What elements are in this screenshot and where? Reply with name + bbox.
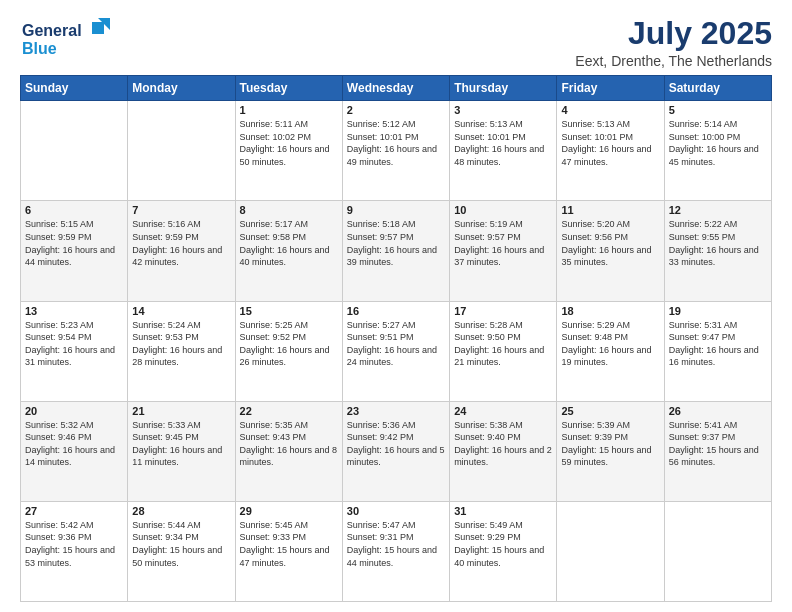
day-info: Sunrise: 5:25 AMSunset: 9:52 PMDaylight:… — [240, 319, 338, 369]
weekday-header: Saturday — [664, 76, 771, 101]
day-number: 12 — [669, 204, 767, 216]
day-info: Sunrise: 5:19 AMSunset: 9:57 PMDaylight:… — [454, 218, 552, 268]
calendar-cell: 14Sunrise: 5:24 AMSunset: 9:53 PMDayligh… — [128, 301, 235, 401]
day-info: Sunrise: 5:27 AMSunset: 9:51 PMDaylight:… — [347, 319, 445, 369]
calendar-cell: 26Sunrise: 5:41 AMSunset: 9:37 PMDayligh… — [664, 401, 771, 501]
calendar-cell: 19Sunrise: 5:31 AMSunset: 9:47 PMDayligh… — [664, 301, 771, 401]
day-info: Sunrise: 5:22 AMSunset: 9:55 PMDaylight:… — [669, 218, 767, 268]
day-number: 23 — [347, 405, 445, 417]
title-block: July 2025 Eext, Drenthe, The Netherlands — [575, 16, 772, 69]
calendar-cell: 8Sunrise: 5:17 AMSunset: 9:58 PMDaylight… — [235, 201, 342, 301]
calendar-cell: 15Sunrise: 5:25 AMSunset: 9:52 PMDayligh… — [235, 301, 342, 401]
calendar-cell: 25Sunrise: 5:39 AMSunset: 9:39 PMDayligh… — [557, 401, 664, 501]
day-info: Sunrise: 5:17 AMSunset: 9:58 PMDaylight:… — [240, 218, 338, 268]
day-info: Sunrise: 5:11 AMSunset: 10:02 PMDaylight… — [240, 118, 338, 168]
calendar-cell: 21Sunrise: 5:33 AMSunset: 9:45 PMDayligh… — [128, 401, 235, 501]
page-header: General Blue July 2025 Eext, Drenthe, Th… — [20, 16, 772, 69]
day-number: 31 — [454, 505, 552, 517]
day-number: 6 — [25, 204, 123, 216]
week-row: 6Sunrise: 5:15 AMSunset: 9:59 PMDaylight… — [21, 201, 772, 301]
day-number: 20 — [25, 405, 123, 417]
weekday-header: Tuesday — [235, 76, 342, 101]
day-info: Sunrise: 5:12 AMSunset: 10:01 PMDaylight… — [347, 118, 445, 168]
day-info: Sunrise: 5:36 AMSunset: 9:42 PMDaylight:… — [347, 419, 445, 469]
weekday-header-row: SundayMondayTuesdayWednesdayThursdayFrid… — [21, 76, 772, 101]
week-row: 1Sunrise: 5:11 AMSunset: 10:02 PMDayligh… — [21, 101, 772, 201]
calendar-cell — [557, 501, 664, 601]
week-row: 27Sunrise: 5:42 AMSunset: 9:36 PMDayligh… — [21, 501, 772, 601]
day-number: 25 — [561, 405, 659, 417]
week-row: 13Sunrise: 5:23 AMSunset: 9:54 PMDayligh… — [21, 301, 772, 401]
day-number: 21 — [132, 405, 230, 417]
calendar-table: SundayMondayTuesdayWednesdayThursdayFrid… — [20, 75, 772, 602]
day-info: Sunrise: 5:14 AMSunset: 10:00 PMDaylight… — [669, 118, 767, 168]
day-number: 5 — [669, 104, 767, 116]
day-info: Sunrise: 5:42 AMSunset: 9:36 PMDaylight:… — [25, 519, 123, 569]
calendar-cell: 18Sunrise: 5:29 AMSunset: 9:48 PMDayligh… — [557, 301, 664, 401]
calendar-cell: 29Sunrise: 5:45 AMSunset: 9:33 PMDayligh… — [235, 501, 342, 601]
day-info: Sunrise: 5:41 AMSunset: 9:37 PMDaylight:… — [669, 419, 767, 469]
calendar-cell: 10Sunrise: 5:19 AMSunset: 9:57 PMDayligh… — [450, 201, 557, 301]
weekday-header: Monday — [128, 76, 235, 101]
calendar-cell: 20Sunrise: 5:32 AMSunset: 9:46 PMDayligh… — [21, 401, 128, 501]
calendar-cell: 4Sunrise: 5:13 AMSunset: 10:01 PMDayligh… — [557, 101, 664, 201]
day-info: Sunrise: 5:28 AMSunset: 9:50 PMDaylight:… — [454, 319, 552, 369]
week-row: 20Sunrise: 5:32 AMSunset: 9:46 PMDayligh… — [21, 401, 772, 501]
day-info: Sunrise: 5:33 AMSunset: 9:45 PMDaylight:… — [132, 419, 230, 469]
svg-marker-1 — [92, 22, 104, 34]
day-number: 24 — [454, 405, 552, 417]
day-number: 13 — [25, 305, 123, 317]
calendar-cell: 3Sunrise: 5:13 AMSunset: 10:01 PMDayligh… — [450, 101, 557, 201]
day-number: 8 — [240, 204, 338, 216]
calendar-cell: 6Sunrise: 5:15 AMSunset: 9:59 PMDaylight… — [21, 201, 128, 301]
calendar-cell: 17Sunrise: 5:28 AMSunset: 9:50 PMDayligh… — [450, 301, 557, 401]
day-number: 28 — [132, 505, 230, 517]
day-number: 16 — [347, 305, 445, 317]
month-title: July 2025 — [575, 16, 772, 51]
day-number: 14 — [132, 305, 230, 317]
calendar-cell: 30Sunrise: 5:47 AMSunset: 9:31 PMDayligh… — [342, 501, 449, 601]
day-info: Sunrise: 5:39 AMSunset: 9:39 PMDaylight:… — [561, 419, 659, 469]
day-info: Sunrise: 5:47 AMSunset: 9:31 PMDaylight:… — [347, 519, 445, 569]
day-info: Sunrise: 5:15 AMSunset: 9:59 PMDaylight:… — [25, 218, 123, 268]
calendar-cell: 11Sunrise: 5:20 AMSunset: 9:56 PMDayligh… — [557, 201, 664, 301]
day-info: Sunrise: 5:32 AMSunset: 9:46 PMDaylight:… — [25, 419, 123, 469]
calendar-cell: 9Sunrise: 5:18 AMSunset: 9:57 PMDaylight… — [342, 201, 449, 301]
day-info: Sunrise: 5:45 AMSunset: 9:33 PMDaylight:… — [240, 519, 338, 569]
day-number: 9 — [347, 204, 445, 216]
weekday-header: Friday — [557, 76, 664, 101]
day-info: Sunrise: 5:35 AMSunset: 9:43 PMDaylight:… — [240, 419, 338, 469]
day-number: 29 — [240, 505, 338, 517]
calendar-page: General Blue July 2025 Eext, Drenthe, Th… — [0, 0, 792, 612]
day-info: Sunrise: 5:20 AMSunset: 9:56 PMDaylight:… — [561, 218, 659, 268]
day-number: 27 — [25, 505, 123, 517]
day-number: 15 — [240, 305, 338, 317]
day-number: 18 — [561, 305, 659, 317]
weekday-header: Sunday — [21, 76, 128, 101]
calendar-cell: 22Sunrise: 5:35 AMSunset: 9:43 PMDayligh… — [235, 401, 342, 501]
day-info: Sunrise: 5:24 AMSunset: 9:53 PMDaylight:… — [132, 319, 230, 369]
calendar-cell: 7Sunrise: 5:16 AMSunset: 9:59 PMDaylight… — [128, 201, 235, 301]
calendar-cell: 31Sunrise: 5:49 AMSunset: 9:29 PMDayligh… — [450, 501, 557, 601]
day-number: 30 — [347, 505, 445, 517]
day-number: 19 — [669, 305, 767, 317]
calendar-cell: 23Sunrise: 5:36 AMSunset: 9:42 PMDayligh… — [342, 401, 449, 501]
day-number: 1 — [240, 104, 338, 116]
calendar-cell — [128, 101, 235, 201]
day-number: 4 — [561, 104, 659, 116]
weekday-header: Wednesday — [342, 76, 449, 101]
day-info: Sunrise: 5:31 AMSunset: 9:47 PMDaylight:… — [669, 319, 767, 369]
svg-text:Blue: Blue — [22, 40, 57, 57]
calendar-cell: 13Sunrise: 5:23 AMSunset: 9:54 PMDayligh… — [21, 301, 128, 401]
calendar-cell — [664, 501, 771, 601]
calendar-cell: 28Sunrise: 5:44 AMSunset: 9:34 PMDayligh… — [128, 501, 235, 601]
calendar-cell — [21, 101, 128, 201]
svg-text:General: General — [22, 22, 82, 39]
calendar-cell: 16Sunrise: 5:27 AMSunset: 9:51 PMDayligh… — [342, 301, 449, 401]
logo-svg: General Blue — [20, 16, 110, 60]
day-info: Sunrise: 5:23 AMSunset: 9:54 PMDaylight:… — [25, 319, 123, 369]
calendar-cell: 1Sunrise: 5:11 AMSunset: 10:02 PMDayligh… — [235, 101, 342, 201]
day-number: 3 — [454, 104, 552, 116]
day-info: Sunrise: 5:29 AMSunset: 9:48 PMDaylight:… — [561, 319, 659, 369]
day-number: 2 — [347, 104, 445, 116]
